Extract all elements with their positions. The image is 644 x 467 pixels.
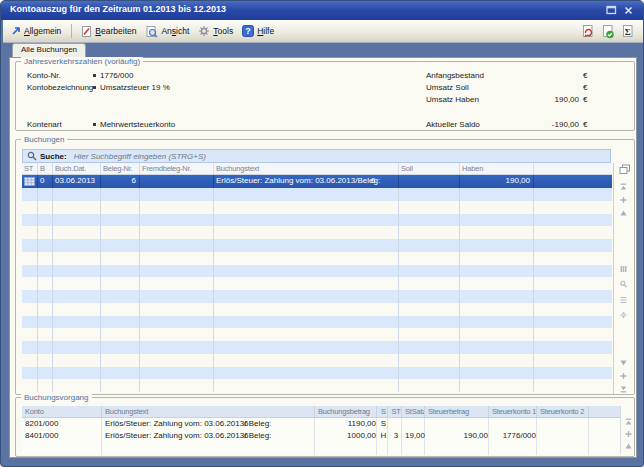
- restore-button[interactable]: [605, 4, 618, 16]
- scroll-to-top-icon[interactable]: [624, 418, 633, 426]
- table-empty-row[interactable]: [22, 303, 612, 316]
- rows-icon[interactable]: [619, 296, 628, 304]
- table-empty-row[interactable]: [22, 277, 612, 290]
- cell: [214, 290, 399, 303]
- split-icon[interactable]: [619, 311, 628, 319]
- tab-alle-buchungen[interactable]: Alle Buchungen: [12, 43, 86, 57]
- cell: [399, 341, 460, 354]
- cell-konto: 8401/000: [22, 430, 102, 442]
- menu-allgemein[interactable]: Allgemein: [11, 26, 61, 36]
- transaction-row-empty[interactable]: [22, 442, 620, 455]
- currency-symbol: €: [583, 83, 587, 92]
- column-header-buchungstext[interactable]: Buchungstext: [102, 406, 315, 417]
- cell: [534, 188, 612, 201]
- document-sum-button[interactable]: Σ: [620, 24, 635, 39]
- konto-nr-label: Konto-Nr.: [27, 71, 61, 80]
- columns-icon[interactable]: [619, 265, 628, 273]
- table-empty-row[interactable]: [22, 316, 612, 329]
- konto-nr-value: 1776/000: [100, 71, 133, 80]
- cell: [214, 379, 399, 392]
- menu-bearbeiten[interactable]: Bearbeiten: [80, 25, 136, 38]
- column-header-st[interactable]: ST: [388, 406, 402, 417]
- column-header-haben[interactable]: Haben: [460, 163, 534, 174]
- table-empty-row[interactable]: [22, 188, 612, 201]
- cell: [53, 316, 101, 329]
- scroll-to-top-icon[interactable]: [619, 183, 628, 191]
- column-header-buchungsbetrag[interactable]: Buchungsbetrag: [315, 406, 377, 417]
- scroll-down-page-icon[interactable]: [619, 372, 628, 380]
- menu-bar: Allgemein Bearbeiten Ansicht Tools ? Hil…: [3, 20, 643, 43]
- column-header-fremdbeleg-nr[interactable]: Fremdbeleg-Nr.: [140, 163, 214, 174]
- table-empty-row[interactable]: [22, 239, 612, 252]
- document-check-button[interactable]: [600, 24, 615, 39]
- find-icon[interactable]: [619, 280, 628, 288]
- group-buchungsvorgang: Buchungsvorgang Konto Buchungstext Buchu…: [15, 397, 635, 457]
- column-header-b[interactable]: B: [38, 163, 53, 174]
- column-header-s[interactable]: S: [377, 406, 388, 417]
- scroll-up-page-icon[interactable]: [624, 430, 633, 438]
- document-refresh-icon: [580, 24, 595, 39]
- cell: [38, 214, 53, 227]
- cell: [140, 265, 214, 278]
- table-empty-row[interactable]: [22, 379, 612, 392]
- search-bar[interactable]: Suche: Hier Suchbegriff eingeben (STRG+S…: [22, 149, 611, 163]
- menu-tools[interactable]: Tools: [198, 25, 233, 37]
- scroll-down-icon[interactable]: [619, 359, 628, 367]
- cell-betrag: 1190,00: [315, 418, 377, 430]
- column-header-steuerbetrag[interactable]: Steuerbetrag: [425, 406, 489, 417]
- cell: [22, 252, 38, 265]
- cell: [53, 341, 101, 354]
- cell: [101, 277, 140, 290]
- table-empty-row[interactable]: [22, 290, 612, 303]
- menu-ansicht[interactable]: Ansicht: [145, 25, 189, 38]
- document-refresh-button[interactable]: [580, 24, 595, 39]
- cell-b: 0: [38, 175, 53, 188]
- svg-text:Σ: Σ: [625, 26, 631, 36]
- column-header-steuerkonto1[interactable]: Steuerkonto 1: [489, 406, 537, 417]
- cell: [460, 201, 534, 214]
- document-check-icon: [600, 24, 615, 39]
- cell: [534, 239, 612, 252]
- column-header-buchdat[interactable]: Buch.Dat.: [53, 163, 101, 174]
- cell: [38, 252, 53, 265]
- cell: [534, 201, 612, 214]
- table-empty-row[interactable]: [22, 341, 612, 354]
- close-button[interactable]: [622, 4, 635, 16]
- column-header-buchungstext[interactable]: Buchungstext: [214, 163, 399, 174]
- cell-buchungstext: Erlös/Steuer: Zahlung vom: 03.06.2013/Be…: [214, 175, 399, 188]
- aktueller-saldo-value: -190,00: [496, 120, 579, 129]
- menu-hilfe[interactable]: ? Hilfe: [242, 25, 274, 37]
- cell: [399, 226, 460, 239]
- transaction-row[interactable]: 8401/000 Erlös/Steuer: Zahlung vom: 03.0…: [22, 430, 620, 442]
- column-header-steuerkonto2[interactable]: Steuerkonto 2: [537, 406, 589, 417]
- transaction-row[interactable]: 8201/000 Erlös/Steuer: Zahlung vom: 03.0…: [22, 418, 620, 430]
- cell: [140, 214, 214, 227]
- kontobezeichnung-label: Kontobezeichnung: [27, 83, 93, 92]
- column-header-soll[interactable]: Soll: [399, 163, 460, 174]
- table-empty-row[interactable]: [22, 354, 612, 367]
- table-empty-row[interactable]: [22, 201, 612, 214]
- column-header-konto[interactable]: Konto: [22, 406, 102, 417]
- table-empty-row[interactable]: [22, 328, 612, 341]
- cell: [214, 367, 399, 380]
- column-header-st[interactable]: ST: [22, 163, 38, 174]
- column-header-stsatz[interactable]: StSatz: [402, 406, 425, 417]
- scroll-up-icon[interactable]: [624, 442, 633, 450]
- bullet-square: [93, 86, 96, 89]
- booking-row-selected[interactable]: 0 03.06.2013 6 Erlös/Steuer: Zahlung vom…: [22, 175, 612, 188]
- scroll-up-icon[interactable]: [619, 209, 628, 217]
- table-empty-row[interactable]: [22, 214, 612, 227]
- scroll-up-page-icon[interactable]: [619, 196, 628, 204]
- column-chooser-icon[interactable]: [619, 164, 631, 175]
- scroll-to-bottom-icon[interactable]: [619, 385, 628, 393]
- cell: [53, 290, 101, 303]
- table-empty-row[interactable]: [22, 367, 612, 380]
- umsatz-haben-value: 190,00: [496, 95, 579, 104]
- table-empty-row[interactable]: [22, 252, 612, 265]
- table-empty-row[interactable]: [22, 265, 612, 278]
- column-header-beleg-nr[interactable]: Beleg-Nr.: [101, 163, 140, 174]
- group-label: Jahresverkehrszahlen (vorläufig): [21, 57, 143, 66]
- cell: [214, 341, 399, 354]
- window-title: Kontoauszug für den Zeitraum 01.2013 bis…: [10, 4, 226, 14]
- table-empty-row[interactable]: [22, 226, 612, 239]
